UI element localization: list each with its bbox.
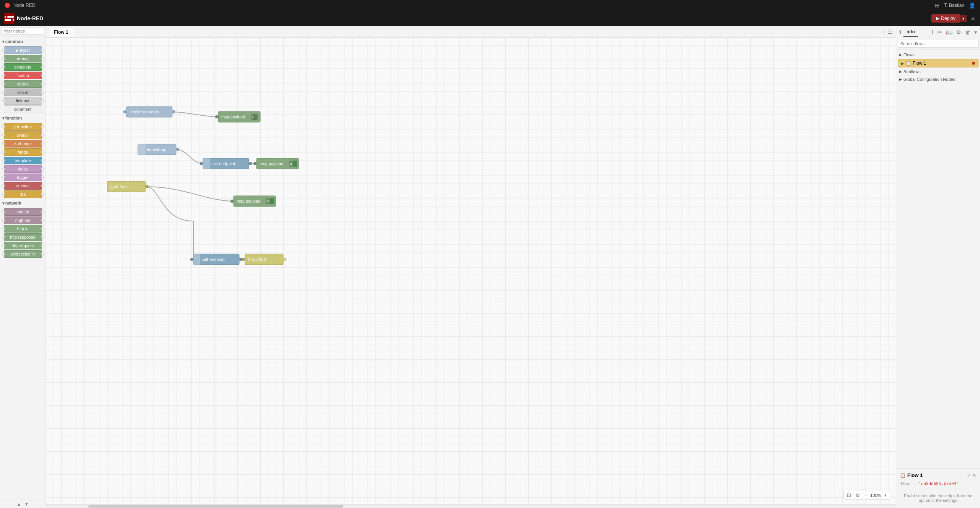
port-left bbox=[2, 151, 5, 154]
rp-close-icon[interactable]: ✕ bbox=[972, 473, 976, 478]
palette-node-function[interactable]: ƒfunction bbox=[4, 123, 42, 131]
port-left bbox=[2, 57, 5, 60]
rp-icon-edit[interactable]: ✏ bbox=[936, 28, 944, 36]
port-left bbox=[2, 210, 5, 213]
port-in bbox=[253, 162, 256, 165]
palette-node-http-request[interactable]: http request bbox=[4, 242, 42, 249]
port-left bbox=[2, 125, 5, 128]
nr-window: Node-RED ▶ Deploy ▾ ≡ common bbox=[0, 11, 980, 508]
canvas-node-http-200[interactable]: http (200) bbox=[242, 254, 286, 265]
palette-node-status[interactable]: status bbox=[4, 80, 42, 88]
port-right bbox=[41, 219, 44, 222]
svg-text:timestamp: timestamp bbox=[147, 147, 167, 152]
palette-node-link-in[interactable]: link in bbox=[4, 88, 42, 96]
tab-bar-right: + ☰ bbox=[882, 29, 893, 35]
rp-section-flows[interactable]: Flows bbox=[896, 51, 980, 59]
flow-tab-1[interactable]: Flow 1 bbox=[49, 28, 73, 37]
port-left bbox=[2, 134, 5, 137]
rp-tab-info[interactable]: info bbox=[903, 28, 918, 37]
port-left bbox=[2, 159, 5, 162]
nr-topbar: Node-RED ▶ Deploy ▾ ≡ bbox=[0, 11, 980, 26]
zoom-in-button[interactable]: + bbox=[882, 492, 889, 498]
port-left bbox=[2, 184, 5, 187]
rp-icon-info[interactable]: ℹ bbox=[930, 28, 935, 36]
tab-bar: Flow 1 + ☰ bbox=[46, 26, 896, 38]
palette-node-mqtt-out[interactable]: mqtt out bbox=[4, 216, 42, 224]
palette-node-link-out[interactable]: link out bbox=[4, 97, 42, 105]
zoom-fit-button[interactable]: ⊡ bbox=[845, 492, 853, 498]
palette-node-switch[interactable]: switch bbox=[4, 131, 42, 139]
flow-menu-icon[interactable]: ☰ bbox=[888, 29, 893, 35]
palette-category-function[interactable]: function bbox=[0, 115, 46, 121]
palette-node-complete[interactable]: complete bbox=[4, 63, 42, 71]
palette-category-common[interactable]: common bbox=[0, 38, 46, 45]
svg-text:≡: ≡ bbox=[290, 162, 292, 166]
palette-node-websocket-in[interactable]: websocket in bbox=[4, 250, 42, 258]
port-left bbox=[2, 219, 5, 222]
rp-bottom-doc-icon: 📋 bbox=[900, 473, 906, 478]
menu-icon[interactable]: ≡ bbox=[970, 13, 976, 23]
rp-icon-trash[interactable]: 🗑 bbox=[964, 28, 972, 36]
canvas-node-msg-payload-3[interactable]: msg.payload ≡ bbox=[230, 196, 276, 206]
rp-icon-more[interactable]: ▾ bbox=[973, 28, 978, 36]
palette-node-comment[interactable]: comment bbox=[4, 105, 42, 113]
grid-icon[interactable]: ⊞ bbox=[935, 2, 939, 8]
zoom-out-button[interactable]: − bbox=[863, 492, 869, 498]
palette-node-debug[interactable]: debug bbox=[4, 55, 42, 62]
add-flow-icon[interactable]: + bbox=[882, 29, 885, 35]
port-in bbox=[123, 110, 126, 113]
rp-expand-icon[interactable]: ⤢ bbox=[967, 473, 971, 478]
zoom-reset-button[interactable]: ⊙ bbox=[854, 492, 861, 498]
port-out bbox=[176, 148, 179, 151]
canvas-node-call-endpoint-2[interactable]: call-endpoint bbox=[190, 254, 242, 265]
palette-node-http-in[interactable]: http in bbox=[4, 225, 42, 233]
user-avatar-icon[interactable]: 👤 bbox=[969, 2, 975, 8]
rp-icon-gear[interactable]: ⚙ bbox=[955, 28, 963, 36]
palette-node-exec[interactable]: ⚙exec bbox=[4, 182, 42, 190]
palette-node-mqtt-in[interactable]: mqtt in bbox=[4, 208, 42, 216]
palette-node-template[interactable]: template bbox=[4, 157, 42, 164]
svg-rect-0 bbox=[4, 13, 15, 24]
canvas-hscroll[interactable] bbox=[46, 504, 896, 508]
palette-node-trigger[interactable]: trigger bbox=[4, 174, 42, 181]
rp-bottom-title: Flow 1 bbox=[907, 472, 923, 478]
svg-rect-29 bbox=[270, 198, 274, 204]
canvas-node-call-endpoint-1[interactable]: call-endpoint bbox=[200, 158, 252, 169]
canvas-node-msg-payload-2[interactable]: msg.payload ≡ bbox=[253, 158, 299, 169]
palette-scroll-up[interactable]: ▲ bbox=[17, 501, 21, 507]
palette-node-inject[interactable]: ▶inject bbox=[4, 46, 42, 54]
canvas-node-realtime-events[interactable]: realtime-events bbox=[123, 107, 175, 117]
port-right bbox=[41, 99, 44, 102]
palette-node-delay[interactable]: delay bbox=[4, 165, 42, 173]
canvas-node-msg-payload-1[interactable]: msg.payload ≡ bbox=[215, 111, 260, 122]
canvas-node-get-nest[interactable]: [get] /nest bbox=[107, 181, 149, 192]
exec-icon: ⚙ bbox=[16, 184, 20, 188]
deploy-dropdown-button[interactable]: ▾ bbox=[960, 15, 967, 22]
palette-node-range[interactable]: range bbox=[4, 148, 42, 156]
port-right bbox=[41, 184, 44, 187]
canvas-node-timestamp[interactable]: timestamp bbox=[138, 144, 179, 155]
rp-flow-item-1[interactable]: ▶ 📋 Flow 1 bbox=[898, 59, 978, 67]
canvas-wrapper[interactable]: realtime-events msg.payload ≡ bbox=[46, 38, 896, 504]
rp-section-subflows[interactable]: Subflows bbox=[896, 68, 980, 75]
rp-section-global-config[interactable]: Global Configuration Nodes bbox=[896, 75, 980, 83]
rp-icon-book[interactable]: 📖 bbox=[944, 28, 954, 36]
rp-info-icon[interactable]: ℹ bbox=[898, 28, 903, 36]
svg-rect-13 bbox=[138, 144, 145, 155]
palette-filter-input[interactable] bbox=[2, 28, 44, 34]
port-left bbox=[2, 176, 5, 179]
palette-node-http-response[interactable]: http response bbox=[4, 233, 42, 241]
palette-node-rbe[interactable]: rbe bbox=[4, 190, 42, 198]
deploy-button[interactable]: ▶ Deploy bbox=[931, 14, 960, 23]
svg-text:msg.payload: msg.payload bbox=[237, 199, 260, 203]
palette-scroll-down[interactable]: ▼ bbox=[24, 501, 29, 507]
palette-node-catch[interactable]: !catch bbox=[4, 72, 42, 79]
port-left bbox=[2, 49, 5, 52]
canvas-area: Flow 1 + ☰ bbox=[46, 26, 896, 508]
rp-search-input[interactable] bbox=[898, 40, 978, 48]
app-icon: 🔴 bbox=[5, 3, 10, 8]
flow-tab-1-label: Flow 1 bbox=[54, 29, 68, 35]
svg-rect-11 bbox=[253, 114, 258, 120]
palette-category-network[interactable]: network bbox=[0, 200, 46, 206]
palette-node-change[interactable]: ✕change bbox=[4, 140, 42, 147]
